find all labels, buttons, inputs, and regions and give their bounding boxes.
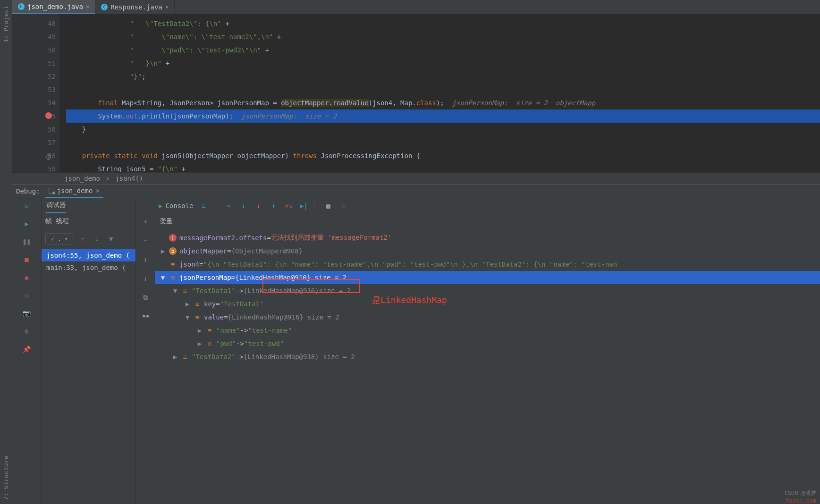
stack-frame[interactable]: main:33, json_demo ( xyxy=(42,261,135,274)
breakpoint-icon[interactable] xyxy=(45,112,52,119)
code-editor[interactable]: @ 484950515253545556575859 " \"TestData2… xyxy=(12,14,820,172)
variable-node[interactable]: ▶≡"TestData2" -> {LinkedHashMap@918} siz… xyxy=(155,350,820,363)
remove-watch-icon[interactable]: － xyxy=(141,236,150,245)
tab-threads[interactable]: 线程 xyxy=(56,217,69,226)
variables-label: 变量 xyxy=(155,213,820,229)
show-exec-point-icon[interactable]: ≡ xyxy=(199,201,208,210)
field-icon: ≡ xyxy=(206,340,213,347)
breadcrumb-class[interactable]: json_demo xyxy=(64,175,100,182)
debug-label: Debug: xyxy=(16,187,40,195)
rerun-icon[interactable]: ↻ xyxy=(22,201,32,210)
param-icon: p xyxy=(169,247,177,255)
filter-icon[interactable]: ▼ xyxy=(106,234,116,244)
glasses-icon[interactable]: 👓 xyxy=(141,311,150,321)
step-over-icon[interactable]: ↷ xyxy=(223,201,233,210)
copy-icon[interactable]: ⧉ xyxy=(141,293,150,302)
add-watch-icon[interactable]: ＋ xyxy=(141,217,150,227)
run-config-icon xyxy=(49,188,54,193)
pin-icon[interactable]: 📌 xyxy=(22,344,32,354)
close-icon[interactable]: × xyxy=(86,3,89,10)
structure-tool-button[interactable]: 7: Structure xyxy=(2,456,9,500)
step-out-icon[interactable]: ↑ xyxy=(269,201,278,210)
evaluate-icon[interactable]: ▦ xyxy=(323,201,333,210)
view-breakpoints-icon[interactable]: ◉ xyxy=(22,273,32,282)
variable-node[interactable]: ▶≡"name" -> "test-name" xyxy=(155,324,820,337)
trace-icon[interactable]: ≋ xyxy=(338,201,348,210)
field-icon: ≡ xyxy=(194,313,201,321)
annotation-text: 是LinkedHashMap xyxy=(372,294,447,306)
down-icon[interactable]: ↓ xyxy=(141,274,150,283)
editor-gutter: @ 484950515253545556575859 xyxy=(12,14,59,172)
tab-debugger[interactable]: 调试器 xyxy=(46,198,66,213)
watermark-site: Yuucn.com xyxy=(786,497,816,504)
variable-node[interactable]: !messageFormat2.offsets = 无法找到局部变量 'mess… xyxy=(155,231,820,244)
run-to-cursor-icon[interactable]: ▶| xyxy=(299,201,308,210)
stop-icon[interactable]: ■ xyxy=(22,255,32,264)
frames-panel: 调试器 帧 线程 ✓.▾ ↑ ↓ ▼ json4:55, json_demo (… xyxy=(42,198,136,504)
variable-node[interactable]: ▼≡jsonPersonMap = {LinkedHashMap@910} si… xyxy=(155,271,820,284)
variable-node[interactable]: ≡json4 = "{\n "TestData1": {\n "name": "… xyxy=(155,258,820,271)
field-icon: ≡ xyxy=(181,353,189,361)
camera-icon[interactable]: 📷 xyxy=(22,309,32,318)
variables-action-bar: ＋ － ↑ ↓ ⧉ 👓 xyxy=(136,198,155,504)
field-icon: ≡ xyxy=(181,287,189,294)
next-frame-icon[interactable]: ↓ xyxy=(92,234,101,244)
field-icon: ≡ xyxy=(169,274,177,281)
field-icon: ≡ xyxy=(206,327,213,334)
editor-tab[interactable]: CResponse.java× xyxy=(95,0,175,14)
left-tool-strip: 1: Project 7: Structure xyxy=(0,0,12,504)
debug-toolbar: ▶Console ≡ ↷ ↓ ↓ ↑ ×↘ ▶| ▦ ≋ xyxy=(155,198,820,213)
java-file-icon: C xyxy=(18,3,25,10)
variable-node[interactable]: ▶≡key = "TestData1" xyxy=(155,297,820,311)
resume-icon[interactable]: ▶ xyxy=(22,219,32,228)
java-file-icon: C xyxy=(101,4,108,10)
watermark: CSDN @博梦 xyxy=(785,489,816,497)
mute-breakpoints-icon[interactable]: ⦸ xyxy=(22,291,32,300)
chevron-down-icon: ▾ xyxy=(64,235,68,243)
field-icon: ≡ xyxy=(194,300,201,308)
error-icon: ! xyxy=(169,234,177,242)
settings-icon[interactable]: ⚙ xyxy=(22,327,32,336)
debug-session-tab[interactable]: json_demo × xyxy=(45,185,103,198)
debug-panel-header: Debug: json_demo × xyxy=(12,184,820,198)
prev-frame-icon[interactable]: ↑ xyxy=(78,234,87,244)
debug-panel: ↻ ▶ ❚❚ ■ ◉ ⦸ 📷 ⚙ 📌 调试器 帧 线程 xyxy=(12,198,820,504)
thread-dropdown[interactable]: ✓.▾ xyxy=(45,233,73,244)
variable-node[interactable]: ▶≡"pwd" -> "test-pwd" xyxy=(155,337,820,350)
editor-tabs: Cjson_demo.java×CResponse.java× xyxy=(12,0,820,14)
debug-action-bar: ↻ ▶ ❚❚ ■ ◉ ⦸ 📷 ⚙ 📌 xyxy=(12,198,42,504)
variable-node[interactable]: ▼≡value = {LinkedHashMap@916} size = 2 xyxy=(155,311,820,324)
tab-frames[interactable]: 帧 xyxy=(45,217,52,226)
project-tool-button[interactable]: 1: Project xyxy=(2,6,9,42)
stack-frame[interactable]: json4:55, json_demo ( xyxy=(42,249,135,261)
code-area[interactable]: " \"TestData2\": {\n" + " \"name\": \"te… xyxy=(59,14,820,172)
field-icon: ≡ xyxy=(169,260,177,268)
override-icon: @ xyxy=(46,150,51,163)
close-icon[interactable]: × xyxy=(95,187,99,194)
console-tab[interactable]: ▶Console xyxy=(159,202,193,210)
drop-frame-icon[interactable]: ×↘ xyxy=(284,201,293,210)
editor-tab[interactable]: Cjson_demo.java× xyxy=(12,0,95,14)
force-step-into-icon[interactable]: ↓ xyxy=(254,201,263,210)
pause-icon[interactable]: ❚❚ xyxy=(22,237,32,246)
breadcrumb-method[interactable]: json4() xyxy=(115,175,143,182)
variable-node[interactable]: ▼≡"TestData1" -> {LinkedHashMap@916} siz… xyxy=(155,284,820,297)
chevron-right-icon: › xyxy=(106,175,110,182)
variables-tree[interactable]: !messageFormat2.offsets = 无法找到局部变量 'mess… xyxy=(155,229,820,365)
step-into-icon[interactable]: ↓ xyxy=(238,201,248,210)
variable-node[interactable]: ▶pobjectMapper = {ObjectMapper@908} xyxy=(155,244,820,258)
close-icon[interactable]: × xyxy=(165,4,169,10)
frames-list[interactable]: json4:55, json_demo (main:33, json_demo … xyxy=(42,248,135,275)
breadcrumb[interactable]: json_demo › json4() xyxy=(12,172,820,184)
up-icon[interactable]: ↑ xyxy=(141,255,150,264)
